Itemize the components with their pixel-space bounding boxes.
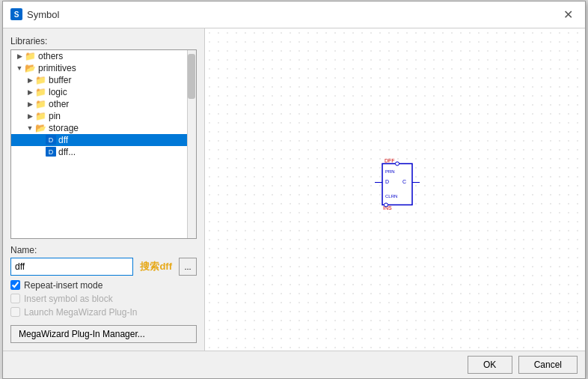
title-bar-left: S Symbol: [10, 8, 59, 20]
options-section: Repeat-insert mode Insert symbol as bloc…: [10, 280, 197, 343]
dialog-icon: S: [10, 8, 22, 20]
folder-icon-primitives: 📂: [25, 63, 36, 73]
expand-arrow-logic: ▶: [25, 87, 35, 97]
dialog-footer: OK Cancel: [3, 351, 585, 378]
svg-point-9: [396, 162, 399, 166]
tree-label-pin: pin: [49, 111, 61, 121]
symbol-preview: DFF PRN D C CLRN INS: [371, 154, 431, 224]
expand-arrow-dff2: [35, 147, 46, 157]
tree-item-buffer[interactable]: ▶ 📁 buffer: [11, 74, 196, 86]
scrollbar-track[interactable]: [187, 50, 196, 238]
megawizard-manager-button[interactable]: MegaWizard Plug-In Manager...: [10, 325, 197, 343]
file-icon-dff: D: [46, 135, 56, 145]
right-panel: DFF PRN D C CLRN INS: [205, 28, 585, 351]
tree-item-storage[interactable]: ▼ 📂 storage: [11, 122, 196, 134]
folder-icon-others: 📁: [25, 51, 36, 61]
svg-text:CLRN: CLRN: [385, 193, 397, 198]
search-hint: 搜索dff: [135, 260, 177, 273]
name-input[interactable]: [10, 258, 133, 276]
svg-text:D: D: [385, 178, 389, 184]
folder-icon-other: 📁: [35, 99, 46, 109]
expand-arrow-buffer: ▶: [25, 75, 35, 85]
expand-arrow-dff: [35, 135, 46, 145]
insert-as-block-checkbox: [10, 294, 20, 303]
launch-megawizard-checkbox: [10, 307, 20, 317]
tree-label-storage: storage: [49, 123, 79, 133]
title-bar: S Symbol ✕: [3, 1, 585, 28]
insert-as-block-option: Insert symbol as block: [10, 294, 197, 304]
tree-label-dff2: dff...: [58, 147, 76, 157]
dff-symbol-svg: DFF PRN D C CLRN INS: [371, 154, 431, 222]
svg-text:C: C: [402, 178, 406, 184]
repeat-insert-label: Repeat-insert mode: [24, 280, 102, 291]
tree-item-dff2[interactable]: D dff...: [11, 146, 196, 158]
folder-icon-logic: 📁: [35, 87, 46, 97]
tree-label-primitives: primitives: [38, 63, 76, 73]
tree-label-logic: logic: [49, 87, 67, 97]
scrollbar-thumb: [188, 54, 195, 99]
tree-label-buffer: buffer: [49, 75, 71, 85]
left-panel: Libraries: ▶ 📁 others ▼ 📂 primitives ▶: [3, 28, 205, 351]
expand-arrow-storage: ▼: [25, 123, 35, 133]
tree-item-logic[interactable]: ▶ 📁 logic: [11, 86, 196, 98]
folder-icon-storage: 📂: [35, 123, 46, 133]
svg-text:PRN: PRN: [385, 169, 395, 173]
file-icon-dff2: D: [46, 147, 56, 157]
name-input-row: 搜索dff ...: [10, 258, 197, 276]
folder-icon-buffer: 📁: [35, 75, 46, 85]
svg-text:DFF: DFF: [385, 157, 395, 163]
expand-arrow-others: ▶: [14, 51, 25, 61]
cancel-button[interactable]: Cancel: [518, 356, 578, 374]
insert-as-block-label: Insert symbol as block: [24, 294, 113, 304]
repeat-insert-option[interactable]: Repeat-insert mode: [10, 280, 197, 291]
expand-arrow-pin: ▶: [25, 111, 35, 121]
name-section: Name: 搜索dff ...: [10, 245, 197, 276]
repeat-insert-checkbox[interactable]: [10, 280, 20, 290]
svg-point-11: [385, 203, 388, 207]
symbol-dialog: S Symbol ✕ Libraries: ▶ 📁 others ▼ 📂: [2, 1, 586, 379]
dialog-body: Libraries: ▶ 📁 others ▼ 📂 primitives ▶: [3, 28, 585, 351]
libraries-label: Libraries:: [10, 36, 197, 46]
name-label: Name:: [10, 245, 197, 255]
expand-arrow-primitives: ▼: [14, 63, 25, 73]
tree-item-other[interactable]: ▶ 📁 other: [11, 98, 196, 110]
dialog-title: Symbol: [27, 9, 59, 20]
tree-container[interactable]: ▶ 📁 others ▼ 📂 primitives ▶ 📁 buffer: [10, 49, 197, 239]
tree-item-others[interactable]: ▶ 📁 others: [11, 50, 196, 62]
tree-item-primitives[interactable]: ▼ 📂 primitives: [11, 62, 196, 74]
tree-item-pin[interactable]: ▶ 📁 pin: [11, 110, 196, 122]
tree-label-other: other: [49, 99, 69, 109]
launch-megawizard-option: Launch MegaWizard Plug-In: [10, 307, 197, 318]
tree-label-dff: dff: [58, 135, 68, 145]
launch-megawizard-label: Launch MegaWizard Plug-In: [24, 307, 137, 318]
expand-arrow-other: ▶: [25, 99, 35, 109]
ok-button[interactable]: OK: [468, 356, 512, 374]
tree-item-dff[interactable]: D dff: [11, 134, 196, 146]
close-button[interactable]: ✕: [559, 6, 578, 23]
folder-icon-pin: 📁: [35, 111, 46, 121]
tree-label-others: others: [38, 51, 63, 61]
browse-button[interactable]: ...: [179, 258, 197, 276]
